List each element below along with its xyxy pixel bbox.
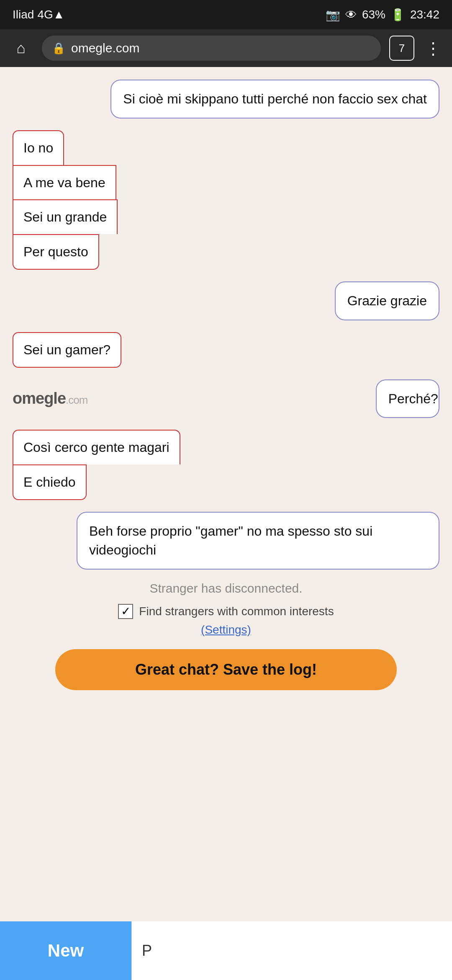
- me-message-single: Sei un gamer?: [13, 332, 439, 368]
- me-bubble-1-4: Per questo: [13, 234, 99, 270]
- url-text: omegle.com: [71, 41, 139, 55]
- bottom-bar: New P: [0, 921, 452, 980]
- signal-icon: 4G▲: [37, 8, 64, 21]
- interests-settings: (Settings): [13, 623, 439, 637]
- stranger-bubble-3: Perché?: [376, 379, 439, 418]
- stranger-bubble-2: Grazie grazie: [335, 281, 439, 320]
- me-bubble-2-2: E chiedo: [13, 464, 87, 500]
- stranger-message-2: Grazie grazie: [13, 281, 439, 320]
- stranger-message-3: Perché?: [365, 379, 439, 418]
- me-bubble-1-2: A me va bene: [13, 165, 116, 200]
- me-message-group-1: Io no A me va bene Sei un grande Per que…: [13, 130, 439, 270]
- address-bar[interactable]: 🔒 omegle.com: [42, 36, 381, 61]
- tabs-count: 7: [399, 42, 405, 55]
- battery-icon: 🔋: [390, 8, 405, 22]
- type-cursor: P: [142, 942, 152, 959]
- home-button[interactable]: ⌂: [8, 36, 33, 61]
- battery-text: 63%: [362, 8, 385, 21]
- interests-text: Find strangers with common interests: [139, 605, 334, 618]
- eye-icon: 👁: [345, 8, 357, 22]
- status-right: 📷 👁 63% 🔋 23:42: [326, 8, 439, 22]
- omegle-row: omegle.com Perché?: [13, 379, 439, 418]
- interests-checkbox[interactable]: ✓: [118, 604, 133, 619]
- stranger-message-1: Si cioè mi skippano tutti perché non fac…: [13, 80, 439, 119]
- time-text: 23:42: [410, 8, 439, 21]
- type-area[interactable]: P: [131, 921, 452, 980]
- me-bubble-2-1: Così cerco gente magari: [13, 430, 180, 464]
- chat-area: Si cioè mi skippano tutti perché non fac…: [0, 67, 452, 921]
- carrier-text: Iliad: [13, 8, 34, 21]
- status-left: Iliad 4G▲: [13, 8, 64, 21]
- me-bubble-single: Sei un gamer?: [13, 332, 121, 368]
- omegle-logo: omegle.com: [13, 389, 87, 407]
- interests-row: ✓ Find strangers with common interests: [13, 604, 439, 619]
- status-bar: Iliad 4G▲ 📷 👁 63% 🔋 23:42: [0, 0, 452, 29]
- me-message-group-2: Così cerco gente magari E chiedo: [13, 430, 439, 500]
- me-bubble-1-1: Io no: [13, 130, 64, 165]
- browser-bar: ⌂ 🔒 omegle.com 7 ⋮: [0, 29, 452, 67]
- stranger-message-4: Beh forse proprio "gamer" no ma spesso s…: [13, 512, 439, 570]
- new-button[interactable]: New: [0, 921, 131, 980]
- disconnected-notice: Stranger has disconnected.: [13, 581, 439, 596]
- save-log-button[interactable]: Great chat? Save the log!: [55, 649, 397, 690]
- tabs-button[interactable]: 7: [389, 36, 414, 61]
- me-bubble-1-3: Sei un grande: [13, 199, 118, 234]
- stranger-bubble-4: Beh forse proprio "gamer" no ma spesso s…: [77, 512, 439, 570]
- lock-icon: 🔒: [52, 42, 65, 55]
- stranger-bubble-1: Si cioè mi skippano tutti perché non fac…: [110, 80, 439, 119]
- settings-link[interactable]: (Settings): [201, 623, 251, 636]
- no-cam-icon: 📷: [326, 8, 340, 22]
- menu-button[interactable]: ⋮: [423, 39, 444, 58]
